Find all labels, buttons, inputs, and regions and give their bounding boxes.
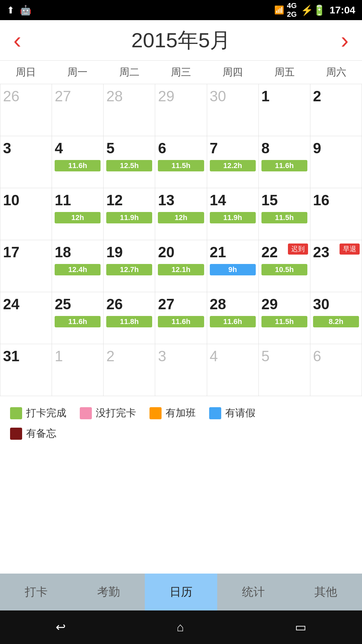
day-number: 26	[106, 296, 152, 313]
calendar-day[interactable]: 26	[0, 84, 52, 136]
calendar-day[interactable]: 1312h	[155, 188, 207, 240]
nav-tab-考勤[interactable]: 考勤	[72, 574, 145, 610]
day-number: 28	[210, 296, 256, 313]
calendar-day[interactable]: 30	[207, 84, 259, 136]
calendar-day[interactable]: 1411.9h	[207, 188, 259, 240]
legend: 打卡完成没打完卡有加班有请假有备忘	[0, 396, 362, 450]
day-tag: 11.5h	[261, 316, 307, 327]
day-number: 25	[55, 296, 101, 313]
back-button[interactable]: ↩	[56, 620, 66, 634]
day-number: 4	[210, 347, 256, 365]
calendar-day[interactable]: 1112h	[52, 188, 104, 240]
system-nav-bar: ↩ ⌂ ▭	[0, 610, 362, 644]
day-number: 21	[210, 244, 256, 261]
battery-icon: ⚡🔋	[301, 4, 325, 16]
legend-color	[80, 407, 92, 419]
weekday-label: 周二	[104, 61, 155, 84]
day-tag: 11.6h	[158, 316, 204, 327]
day-tag: 11.6h	[261, 160, 307, 171]
day-tag: 12h	[158, 212, 204, 223]
recents-button[interactable]: ▭	[295, 620, 306, 634]
next-month-button[interactable]: ›	[341, 29, 349, 52]
day-number: 11	[55, 192, 101, 209]
calendar-day[interactable]: 16	[310, 188, 362, 240]
day-number: 10	[3, 192, 49, 209]
day-tag: 11.9h	[210, 212, 256, 223]
weekday-label: 周六	[310, 61, 362, 84]
day-tag: 12.1h	[158, 264, 204, 275]
calendar-day[interactable]: 2711.6h	[155, 292, 207, 344]
day-number: 27	[55, 88, 101, 105]
bottom-nav: 打卡考勤日历统计其他	[0, 574, 362, 610]
nav-tab-统计[interactable]: 统计	[217, 574, 290, 610]
day-number: 26	[3, 88, 49, 105]
calendar-day[interactable]: 411.6h	[52, 136, 104, 188]
calendar-day[interactable]: 2210.5h迟到	[259, 240, 310, 292]
calendar-day[interactable]: 23早退	[310, 240, 362, 292]
calendar-day[interactable]: 2	[310, 84, 362, 136]
calendar-day[interactable]: 2511.6h	[52, 292, 104, 344]
calendar-header: ‹ 2015年5月 ›	[0, 20, 362, 60]
day-number: 19	[106, 244, 152, 261]
calendar-day[interactable]: 2012.1h	[155, 240, 207, 292]
calendar-day[interactable]: 1211.9h	[104, 188, 155, 240]
legend-item: 没打完卡	[80, 406, 136, 420]
month-title: 2015年5月	[131, 26, 231, 54]
calendar-day[interactable]: 512.5h	[104, 136, 155, 188]
calendar-day[interactable]: 4	[207, 344, 259, 396]
calendar-day[interactable]: 5	[259, 344, 310, 396]
wifi-icon: 📶	[274, 5, 284, 15]
calendar-day[interactable]: 1	[52, 344, 104, 396]
legend-label: 有备忘	[26, 427, 56, 440]
weekday-header: 周日周一周二周三周四周五周六	[0, 60, 362, 84]
home-button[interactable]: ⌂	[177, 620, 184, 634]
calendar-day[interactable]: 219h	[207, 240, 259, 292]
day-number: 13	[158, 192, 204, 209]
calendar-day[interactable]: 6	[310, 344, 362, 396]
day-number: 9	[313, 140, 359, 157]
calendar-day[interactable]: 2911.5h	[259, 292, 310, 344]
day-tag: 11.8h	[106, 316, 152, 327]
calendar-day[interactable]: 2611.8h	[104, 292, 155, 344]
calendar-day[interactable]: 3	[0, 136, 52, 188]
calendar-day[interactable]: 308.2h	[310, 292, 362, 344]
calendar-grid: 2627282930123411.6h512.5h611.5h712.2h811…	[0, 84, 362, 396]
calendar-day[interactable]: 28	[104, 84, 155, 136]
day-number: 3	[158, 347, 204, 365]
day-number: 24	[3, 296, 49, 313]
calendar-day[interactable]: 611.5h	[155, 136, 207, 188]
network-icons: 📶 4G2G	[274, 1, 297, 19]
calendar-day[interactable]: 27	[52, 84, 104, 136]
clock: 17:04	[329, 4, 355, 16]
calendar-day[interactable]: 811.6h	[259, 136, 310, 188]
calendar-day[interactable]: 1812.4h	[52, 240, 104, 292]
calendar-day[interactable]: 712.2h	[207, 136, 259, 188]
nav-tab-日历[interactable]: 日历	[145, 574, 217, 610]
calendar-day[interactable]: 1511.5h	[259, 188, 310, 240]
status-bar: ⬆ 🤖 📶 4G2G ⚡🔋 17:04	[0, 0, 362, 20]
calendar-day[interactable]: 1	[259, 84, 310, 136]
day-tag: 11.5h	[158, 160, 204, 171]
nav-tab-打卡[interactable]: 打卡	[0, 574, 72, 610]
calendar-day[interactable]: 2811.6h	[207, 292, 259, 344]
day-number: 1	[261, 88, 307, 105]
prev-month-button[interactable]: ‹	[13, 29, 21, 52]
calendar-day[interactable]: 31	[0, 344, 52, 396]
calendar-day[interactable]: 24	[0, 292, 52, 344]
nav-tab-其他[interactable]: 其他	[290, 574, 362, 610]
status-left-icons: ⬆ 🤖	[7, 5, 32, 16]
calendar-day[interactable]: 2	[104, 344, 155, 396]
calendar-day[interactable]: 3	[155, 344, 207, 396]
calendar-day[interactable]: 17	[0, 240, 52, 292]
day-number: 6	[313, 347, 359, 365]
day-number: 29	[158, 88, 204, 105]
calendar-day[interactable]: 29	[155, 84, 207, 136]
day-tag: 8.2h	[313, 316, 359, 327]
calendar-day[interactable]: 9	[310, 136, 362, 188]
calendar-day[interactable]: 1912.7h	[104, 240, 155, 292]
day-number: 4	[55, 140, 101, 157]
day-number: 28	[106, 88, 152, 105]
day-tag: 11.6h	[55, 316, 101, 327]
calendar-day[interactable]: 10	[0, 188, 52, 240]
day-number: 2	[313, 88, 359, 105]
